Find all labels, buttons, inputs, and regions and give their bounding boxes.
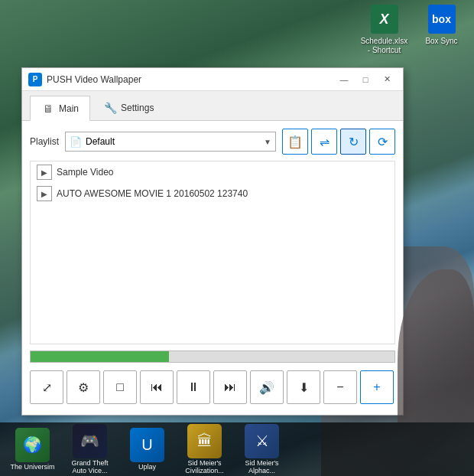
university-label: The Universim [10,464,54,471]
desktop: Schedule.xlsx - Shortcut box Box Sync P … [0,0,474,476]
content-area: Playlist 📄 Default ▼ 📋 ⇌ ↻ [22,121,403,415]
desktop-icon-box-sync-label: Box Sync [425,37,457,46]
playlist-actions: 📋 ⇌ ↻ ⟳ [282,129,395,155]
skip-back-icon: ⏮ [151,380,163,394]
video-item-label-2: AUTO AWESOME MOVIE 1 20160502 123740 [57,188,248,199]
previous-button[interactable]: ⏮ [140,370,174,404]
crop-icon: □ [116,380,124,394]
alpha-icon: ⚔ [245,424,279,458]
playlist-select[interactable]: 📄 Default ▼ [65,132,276,152]
window-title: PUSH Video Wallpaper [47,74,334,85]
remove-button[interactable]: − [323,370,357,404]
taskbar-app-alpha[interactable]: ⚔ Sid Meier's Alphac... [237,424,287,475]
document-icon: 📋 [287,135,303,149]
plus-icon: + [373,380,380,394]
excel-icon [369,4,400,34]
taskbar-app-civ[interactable]: 🏛 Sid Meier's Civilization... [180,424,229,475]
gear-icon: ⚙ [78,380,89,395]
taskbar: 🌍 The Universim 🎮 Grand Theft Auto Vice.… [0,422,474,476]
download-icon: ⬇ [299,380,309,395]
chevron-down-icon: ▼ [264,138,271,146]
download-button[interactable]: ⬇ [287,370,320,404]
pause-button[interactable]: ⏸ [177,370,210,404]
fullscreen-icon: ⤢ [42,380,52,395]
monitor-icon: 🖥 [41,102,55,116]
close-button[interactable]: ✕ [377,72,397,87]
volume-icon: 🔊 [259,380,274,395]
desktop-icon-box-sync[interactable]: box Box Sync [417,4,466,55]
gta-icon: 🎮 [73,424,107,458]
gta-label: Grand Theft Auto Vice... [65,460,115,475]
video-film-icon-2: ▶ [37,186,52,201]
video-item-label: Sample Video [57,167,114,178]
shuffle-icon: ⇌ [320,135,330,149]
taskbar-app-uplay[interactable]: U Uplay [122,428,172,471]
minus-icon: − [336,380,343,394]
tab-settings-label: Settings [121,103,154,113]
progress-bar [31,351,169,362]
fullscreen-button[interactable]: ⤢ [30,370,63,404]
history-button[interactable]: ⟳ [369,129,395,155]
add-button[interactable]: + [360,370,394,404]
playlist-row: Playlist 📄 Default ▼ 📋 ⇌ ↻ [30,129,395,155]
desktop-icon-schedule-label: Schedule.xlsx - Shortcut [359,37,409,55]
new-playlist-button[interactable]: 📋 [282,129,308,155]
settings-button[interactable]: ⚙ [67,370,100,404]
title-bar: P PUSH Video Wallpaper — □ ✕ [22,68,403,91]
bottom-controls: ⤢ ⚙ □ ⏮ ⏸ ⏭ 🔊 [30,367,395,407]
video-list[interactable]: ▶ Sample Video ▶ AUTO AWESOME MOVIE 1 20… [30,161,395,344]
uplay-label: Uplay [138,464,156,471]
wrench-icon: 🔧 [103,101,117,115]
civ-icon: 🏛 [187,424,222,458]
maximize-button[interactable]: □ [356,72,375,87]
rock-decoration [398,269,474,422]
playlist-file-icon: 📄 [70,136,82,148]
video-item-auto-awesome[interactable]: ▶ AUTO AWESOME MOVIE 1 20160502 123740 [31,183,394,204]
tab-settings[interactable]: 🔧 Settings [92,96,165,120]
shuffle-button[interactable]: ⇌ [311,129,337,155]
box-icon: box [427,4,457,34]
app-window: P PUSH Video Wallpaper — □ ✕ 🖥 Main 🔧 Se… [21,67,404,416]
next-button[interactable]: ⏭ [213,370,247,404]
civ-label: Sid Meier's Civilization... [180,460,229,475]
tab-main[interactable]: 🖥 Main [30,96,90,121]
window-controls: — □ ✕ [334,72,397,87]
progress-container[interactable] [30,350,395,363]
skip-forward-icon: ⏭ [224,380,236,394]
app-icon: P [28,73,42,86]
pause-icon: ⏸ [187,380,200,394]
taskbar-app-university[interactable]: 🌍 The Universim [8,428,57,471]
uplay-icon: U [130,428,164,462]
desktop-icon-schedule[interactable]: Schedule.xlsx - Shortcut [359,4,409,55]
video-film-icon: ▶ [37,165,52,180]
loop-button[interactable]: ↻ [340,129,366,155]
tab-main-label: Main [59,103,79,114]
alpha-label: Sid Meier's Alphac... [237,460,287,475]
volume-button[interactable]: 🔊 [250,370,284,404]
desktop-icons-area: Schedule.xlsx - Shortcut box Box Sync [359,4,466,55]
taskbar-app-gta[interactable]: 🎮 Grand Theft Auto Vice... [65,424,115,475]
crop-button[interactable]: □ [103,370,137,404]
playlist-label: Playlist [30,136,59,147]
video-item-sample[interactable]: ▶ Sample Video [31,161,394,183]
tabs-row: 🖥 Main 🔧 Settings [22,91,403,121]
history-icon: ⟳ [378,135,388,149]
loop-icon: ↻ [349,135,359,149]
playlist-value: Default [86,136,264,147]
university-icon: 🌍 [15,428,50,462]
minimize-button[interactable]: — [334,72,354,87]
